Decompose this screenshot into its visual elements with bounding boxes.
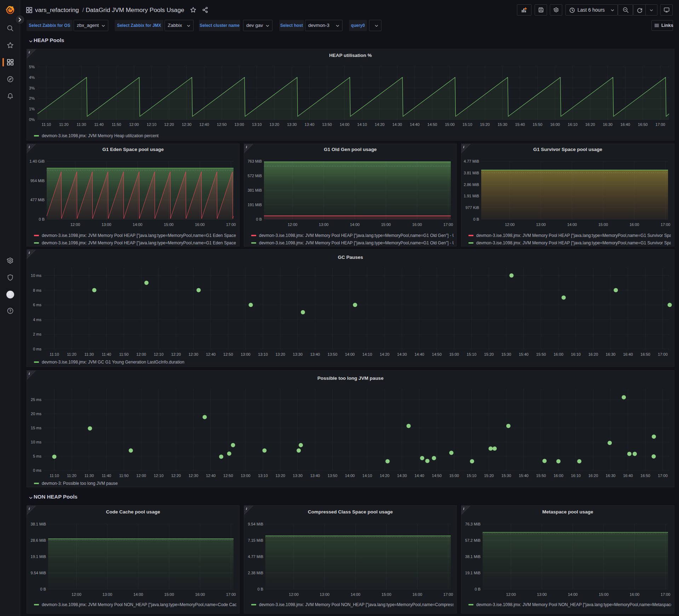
svg-text:13:00: 13:00: [102, 222, 111, 227]
svg-text:3%: 3%: [29, 86, 35, 90]
svg-text:9.54 MiB: 9.54 MiB: [31, 571, 46, 575]
svg-text:5 ms: 5 ms: [33, 454, 41, 458]
svg-text:13:40: 13:40: [310, 473, 320, 478]
svg-text:14:50: 14:50: [432, 473, 442, 478]
svg-text:12:40: 12:40: [206, 473, 216, 478]
svg-text:763 MiB: 763 MiB: [248, 159, 262, 163]
svg-text:0 ms: 0 ms: [33, 468, 41, 472]
svg-text:15:00: 15:00: [381, 592, 391, 597]
svg-text:16:00: 16:00: [413, 592, 422, 597]
svg-text:11:50: 11:50: [119, 352, 129, 356]
svg-text:15:20: 15:20: [484, 352, 494, 356]
svg-text:14:00: 14:00: [351, 592, 361, 597]
svg-text:15:40: 15:40: [515, 122, 525, 127]
svg-text:12:10: 12:10: [154, 352, 164, 356]
svg-text:16:40: 16:40: [620, 122, 630, 127]
svg-text:12:40: 12:40: [199, 122, 209, 127]
svg-text:13:40: 13:40: [305, 122, 315, 127]
svg-text:14:20: 14:20: [380, 352, 390, 356]
svg-text:14:00: 14:00: [133, 222, 143, 227]
svg-text:12:30: 12:30: [189, 473, 198, 478]
svg-text:13:20: 13:20: [275, 352, 285, 356]
svg-text:7.15 MiB: 7.15 MiB: [248, 538, 263, 542]
svg-text:12:40: 12:40: [206, 352, 216, 356]
svg-text:0 B: 0 B: [40, 587, 46, 591]
svg-text:14:00: 14:00: [340, 122, 350, 127]
svg-text:1.91 MiB: 1.91 MiB: [464, 194, 479, 198]
svg-text:0 B: 0 B: [256, 217, 262, 221]
svg-text:5%: 5%: [29, 65, 35, 69]
svg-text:0%: 0%: [29, 117, 35, 122]
svg-text:16:00: 16:00: [195, 592, 205, 597]
svg-text:13:30: 13:30: [287, 122, 297, 127]
svg-text:11:40: 11:40: [94, 122, 104, 127]
svg-text:15:00: 15:00: [449, 473, 459, 478]
svg-text:15:30: 15:30: [497, 122, 507, 127]
svg-text:11:30: 11:30: [77, 122, 86, 127]
svg-text:11:40: 11:40: [102, 352, 111, 356]
svg-text:0 B: 0 B: [474, 587, 481, 591]
svg-text:1.40 GiB: 1.40 GiB: [29, 159, 45, 163]
svg-text:954 MiB: 954 MiB: [30, 179, 45, 183]
svg-text:16:40: 16:40: [623, 352, 633, 356]
svg-text:12:20: 12:20: [164, 122, 174, 127]
svg-text:15:20: 15:20: [484, 473, 494, 478]
svg-text:15:20: 15:20: [480, 122, 490, 127]
svg-text:14:10: 14:10: [362, 473, 372, 478]
svg-text:28.6 MiB: 28.6 MiB: [31, 538, 46, 542]
svg-text:14:10: 14:10: [362, 352, 372, 356]
svg-text:2 ms: 2 ms: [33, 332, 41, 336]
svg-text:12:50: 12:50: [223, 352, 233, 356]
svg-text:15 ms: 15 ms: [31, 426, 41, 430]
svg-text:572 MiB: 572 MiB: [248, 174, 262, 178]
svg-text:16:20: 16:20: [585, 122, 595, 127]
svg-text:16:50: 16:50: [638, 122, 648, 127]
svg-text:15:00: 15:00: [598, 222, 608, 227]
svg-text:16:50: 16:50: [640, 473, 650, 478]
svg-text:0 B: 0 B: [257, 587, 263, 591]
svg-text:15:00: 15:00: [445, 122, 455, 127]
svg-text:12:00: 12:00: [136, 473, 146, 478]
svg-text:0 B: 0 B: [473, 217, 479, 221]
svg-text:11:20: 11:20: [67, 352, 76, 356]
svg-text:0 ms: 0 ms: [33, 347, 41, 351]
svg-text:14:50: 14:50: [427, 122, 437, 127]
svg-text:25 ms: 25 ms: [31, 397, 41, 402]
svg-text:381 MiB: 381 MiB: [248, 188, 262, 192]
svg-text:13:50: 13:50: [322, 122, 332, 127]
svg-text:12:20: 12:20: [171, 473, 181, 478]
svg-text:15:00: 15:00: [164, 592, 174, 597]
svg-text:12:00: 12:00: [70, 222, 80, 227]
svg-text:12:00: 12:00: [136, 352, 146, 356]
svg-text:14:00: 14:00: [350, 222, 360, 227]
svg-text:17:00: 17:00: [661, 222, 671, 227]
svg-text:10 ms: 10 ms: [31, 440, 41, 444]
svg-text:15:00: 15:00: [599, 592, 609, 597]
svg-text:8 ms: 8 ms: [33, 288, 41, 292]
svg-text:12:30: 12:30: [189, 352, 198, 356]
svg-text:14:30: 14:30: [397, 352, 407, 356]
svg-text:14:00: 14:00: [133, 592, 143, 597]
svg-text:15:40: 15:40: [519, 473, 529, 478]
svg-text:16:10: 16:10: [568, 122, 578, 127]
svg-text:13:30: 13:30: [293, 473, 303, 478]
svg-text:9.54 MiB: 9.54 MiB: [248, 522, 263, 526]
svg-text:13:10: 13:10: [258, 473, 268, 478]
svg-text:15:00: 15:00: [164, 222, 174, 227]
svg-text:38.1 MiB: 38.1 MiB: [465, 554, 481, 559]
svg-text:17:00: 17:00: [658, 352, 668, 356]
svg-text:16:00: 16:00: [629, 222, 639, 227]
svg-text:11:10: 11:10: [50, 352, 59, 356]
svg-text:19.1 MiB: 19.1 MiB: [31, 554, 46, 559]
svg-text:14:40: 14:40: [414, 352, 424, 356]
svg-text:11:20: 11:20: [59, 122, 69, 127]
svg-text:977 KiB: 977 KiB: [465, 205, 479, 210]
svg-text:16:10: 16:10: [571, 352, 581, 356]
svg-text:12:00: 12:00: [289, 592, 299, 597]
svg-text:15:50: 15:50: [533, 122, 542, 127]
svg-text:15:10: 15:10: [467, 352, 477, 356]
svg-text:16:00: 16:00: [195, 222, 205, 227]
svg-text:2.86 MiB: 2.86 MiB: [464, 182, 479, 187]
svg-text:13:20: 13:20: [275, 473, 285, 478]
svg-text:15:50: 15:50: [536, 352, 546, 356]
